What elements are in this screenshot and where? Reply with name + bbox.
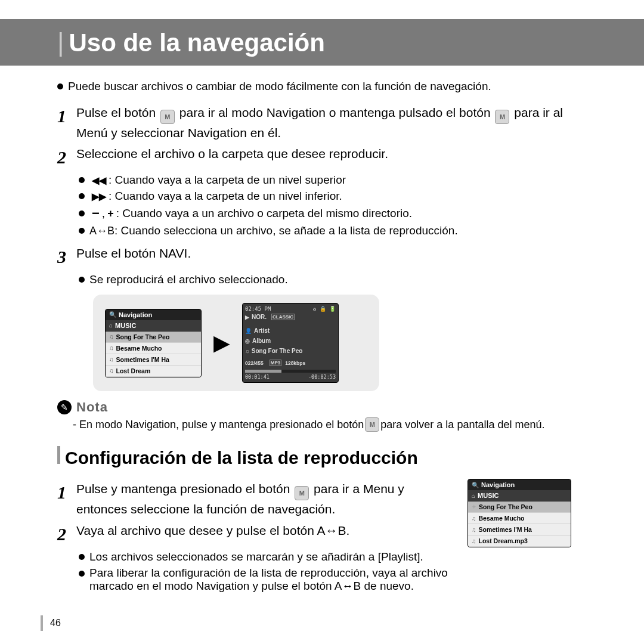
sec2-s1-a: Pulse y mantenga presionado el botón bbox=[76, 482, 293, 496]
sec2-sub2: Para liberar la configuración de la list… bbox=[79, 566, 456, 593]
list-item: ♫Besame Mucho bbox=[106, 343, 201, 354]
nota-heading: ✎ Nota bbox=[57, 400, 587, 415]
search-icon: 🔍 bbox=[472, 482, 479, 488]
disc-icon: ◎ bbox=[245, 338, 250, 344]
step2-subbullets: ◀◀ : Cuando vaya a la carpeta de un nive… bbox=[79, 174, 587, 237]
step-number: 1 bbox=[57, 104, 70, 141]
elapsed-time: 00:01:41 bbox=[245, 374, 270, 380]
list-item: ♫Lost Dream.mp3 bbox=[468, 535, 571, 547]
music-folder-row: ⌂ MUSIC bbox=[468, 490, 571, 501]
home-icon: ⌂ bbox=[109, 322, 113, 329]
music-folder-row: ⌂ MUSIC bbox=[106, 320, 201, 332]
device-header: 🔍 Navigation bbox=[468, 479, 571, 490]
step-body: Pulse el botón M para ir al modo Navigat… bbox=[76, 104, 587, 141]
eq-label: CLASSIC bbox=[271, 314, 295, 320]
album-row: ◎Album bbox=[245, 338, 336, 344]
bullet-disc-icon bbox=[79, 193, 85, 199]
music-note-icon: ♫ bbox=[109, 367, 114, 374]
sub-next-text: : Cuando vaya a la carpeta de un nivel i… bbox=[109, 190, 342, 203]
content: Puede buscar archivos o cambiar de modo … bbox=[0, 80, 644, 600]
next-track-icon: ▶▶ bbox=[92, 191, 106, 202]
progress-fill bbox=[245, 370, 281, 373]
nota-text-b: para volver a la pantalla del menú. bbox=[380, 419, 544, 431]
music-note-icon: ♫ bbox=[245, 348, 249, 354]
search-icon: 🔍 bbox=[109, 311, 116, 318]
ab-prefix: A↔B bbox=[89, 225, 114, 237]
device-header: 🔍 Navigation bbox=[106, 309, 201, 320]
song-list: ✦Song For The Peo ♫Besame Mucho ♫Sometim… bbox=[468, 501, 571, 547]
sub-play: Se reproducirá el archivo seleccionado. bbox=[79, 273, 587, 286]
step-body: Pulse y mantenga presionado el botón M p… bbox=[76, 480, 456, 518]
prev-track-icon: ◀◀ bbox=[92, 175, 106, 186]
m-button-icon: M bbox=[495, 110, 509, 124]
sub-ab: A↔B : Cuando selecciona un archivo, se a… bbox=[79, 224, 587, 237]
step-3: 3 Pulse el botón NAVI. bbox=[57, 244, 587, 270]
song-row: ♫Song For The Peo bbox=[245, 348, 336, 354]
bullet-disc-icon bbox=[79, 554, 85, 560]
person-icon: 👤 bbox=[245, 328, 252, 334]
heading-bar-icon bbox=[57, 446, 60, 464]
music-label: MUSIC bbox=[478, 492, 499, 499]
page-number: 46 bbox=[50, 618, 61, 628]
list-item: ♫Besame Mucho bbox=[468, 513, 571, 524]
sec2-subbullets: Los archivos seleccionados se marcarán y… bbox=[79, 550, 456, 593]
step3-text: Pulse el botón NAVI. bbox=[76, 246, 191, 260]
sec2-step-1: 1 Pulse y mantenga presionado el botón M… bbox=[57, 480, 456, 518]
list-item: ♫Song For The Peo bbox=[106, 332, 201, 343]
section2-heading: Configuración de la lista de reproducció… bbox=[57, 446, 587, 468]
sec2-sub1: Los archivos seleccionados se marcarán y… bbox=[79, 550, 456, 564]
music-note-icon: ♫ bbox=[472, 515, 476, 522]
music-label: MUSIC bbox=[115, 322, 136, 329]
nav-label: Navigation bbox=[119, 311, 152, 318]
title-pipe: | bbox=[57, 27, 64, 57]
list-item: ♫Lost Dream bbox=[106, 366, 201, 377]
sec2-s2: Vaya al archivo que desee y pulse el bot… bbox=[76, 524, 349, 537]
bullet-disc-icon bbox=[79, 571, 85, 577]
step-2: 2 Seleccione el archivo o la carpeta que… bbox=[57, 145, 587, 170]
music-note-icon: ♫ bbox=[472, 527, 476, 533]
step-body: Seleccione el archivo o la carpeta que d… bbox=[76, 145, 587, 170]
section2-columns: 1 Pulse y mantenga presionado el botón M… bbox=[57, 476, 587, 599]
time-row: 00:01:41 -00:02:53 bbox=[245, 374, 336, 380]
device-illustration-row: 🔍 Navigation ⌂ MUSIC ♫Song For The Peo ♫… bbox=[93, 295, 379, 391]
playback-top-bar: 02:45 PM ♻ 🔒 🔋 bbox=[245, 306, 336, 312]
step-number: 3 bbox=[57, 244, 70, 270]
section2-right: 🔍 Navigation ⌂ MUSIC ✦Song For The Peo ♫… bbox=[467, 476, 587, 599]
sec2-sub2-text: Para liberar la configuración de la list… bbox=[89, 566, 456, 593]
step-number: 2 bbox=[57, 522, 70, 547]
music-note-icon: ♫ bbox=[109, 356, 114, 363]
list-item: ✦Song For The Peo bbox=[468, 501, 571, 513]
nota-label: Nota bbox=[76, 400, 108, 415]
play-mode: NOR. bbox=[252, 314, 267, 320]
section2-left: 1 Pulse y mantenga presionado el botón M… bbox=[57, 476, 456, 599]
star-icon: ✦ bbox=[472, 504, 476, 510]
device-navigation-screen: 🔍 Navigation ⌂ MUSIC ♫Song For The Peo ♫… bbox=[105, 309, 202, 377]
list-item: ♫Sometimes I'M Ha bbox=[468, 524, 571, 535]
playback-mode-row: ▶ NOR. CLASSIC bbox=[245, 314, 336, 320]
step1-text-a: Pulse el botón bbox=[76, 106, 159, 119]
sub-next: ▶▶ : Cuando vaya a la carpeta de un nive… bbox=[79, 190, 587, 203]
page-bar-icon bbox=[41, 615, 43, 631]
list-item: ♫Sometimes I'M Ha bbox=[106, 354, 201, 366]
plus-icon: + bbox=[107, 208, 114, 220]
minus-icon: − bbox=[92, 206, 100, 221]
step-1: 1 Pulse el botón M para ir al modo Navig… bbox=[57, 104, 587, 141]
play-icon: ▶ bbox=[245, 314, 249, 320]
intro-bullet: Puede buscar archivos o cambiar de modo … bbox=[57, 80, 587, 93]
comma: , bbox=[102, 207, 105, 220]
home-icon: ⌂ bbox=[472, 493, 475, 499]
pen-icon: ✎ bbox=[57, 400, 72, 414]
nota-text: - En modo Navigation, pulse y mantenga p… bbox=[73, 417, 587, 432]
artist-row: 👤Artist bbox=[245, 327, 336, 334]
sub-minusplus: − , + : Cuando vaya a un archivo o carpe… bbox=[79, 206, 587, 221]
progress-bar bbox=[245, 370, 336, 373]
sec2-sub1-text: Los archivos seleccionados se marcarán y… bbox=[89, 550, 423, 564]
step1-text-b: para ir al modo Navigation o mantenga pu… bbox=[179, 106, 494, 119]
status-icons: ♻ 🔒 🔋 bbox=[313, 306, 336, 312]
bullet-disc-icon bbox=[57, 83, 63, 89]
clock-time: 02:45 PM bbox=[245, 306, 271, 312]
remain-time: -00:02:53 bbox=[308, 374, 336, 380]
bullet-disc-icon bbox=[79, 228, 85, 234]
bullet-disc-icon bbox=[79, 277, 85, 283]
arrow-right-icon: ▶ bbox=[213, 330, 230, 355]
